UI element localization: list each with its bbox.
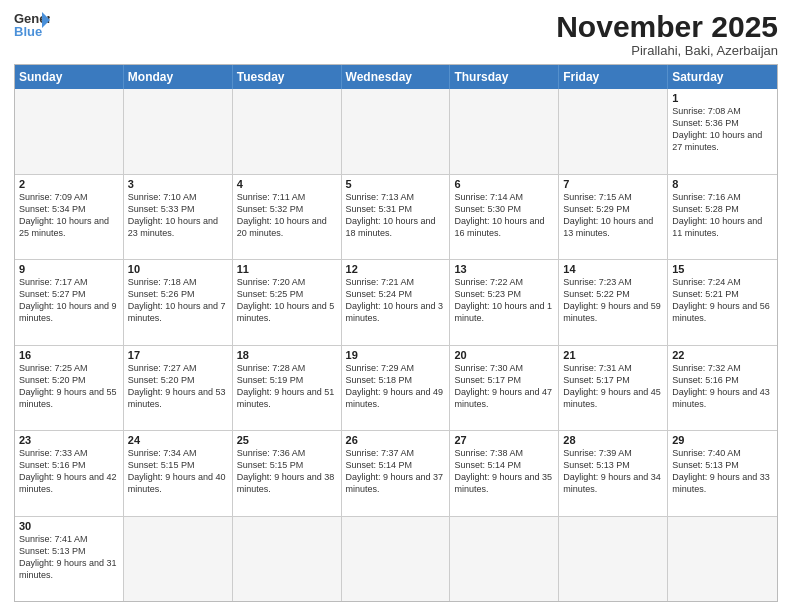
day-info: Sunrise: 7:23 AM Sunset: 5:22 PM Dayligh… [563, 276, 663, 325]
empty-cell [233, 517, 342, 602]
calendar-row-4: 23Sunrise: 7:33 AM Sunset: 5:16 PM Dayli… [15, 430, 777, 516]
calendar-row-5: 30Sunrise: 7:41 AM Sunset: 5:13 PM Dayli… [15, 516, 777, 602]
day-info: Sunrise: 7:33 AM Sunset: 5:16 PM Dayligh… [19, 447, 119, 496]
day-info: Sunrise: 7:34 AM Sunset: 5:15 PM Dayligh… [128, 447, 228, 496]
day-info: Sunrise: 7:15 AM Sunset: 5:29 PM Dayligh… [563, 191, 663, 240]
weekday-header-tuesday: Tuesday [233, 65, 342, 89]
title-area: November 2025 Pirallahi, Baki, Azerbaija… [556, 10, 778, 58]
empty-cell [668, 517, 777, 602]
day-number: 22 [672, 349, 773, 361]
day-cell-29: 29Sunrise: 7:40 AM Sunset: 5:13 PM Dayli… [668, 431, 777, 516]
day-info: Sunrise: 7:08 AM Sunset: 5:36 PM Dayligh… [672, 105, 773, 154]
svg-text:Blue: Blue [14, 24, 42, 38]
day-cell-27: 27Sunrise: 7:38 AM Sunset: 5:14 PM Dayli… [450, 431, 559, 516]
day-info: Sunrise: 7:38 AM Sunset: 5:14 PM Dayligh… [454, 447, 554, 496]
day-info: Sunrise: 7:18 AM Sunset: 5:26 PM Dayligh… [128, 276, 228, 325]
calendar-row-0: 1Sunrise: 7:08 AM Sunset: 5:36 PM Daylig… [15, 89, 777, 174]
day-info: Sunrise: 7:27 AM Sunset: 5:20 PM Dayligh… [128, 362, 228, 411]
day-cell-16: 16Sunrise: 7:25 AM Sunset: 5:20 PM Dayli… [15, 346, 124, 431]
day-number: 23 [19, 434, 119, 446]
day-number: 5 [346, 178, 446, 190]
calendar-header: SundayMondayTuesdayWednesdayThursdayFrid… [15, 65, 777, 89]
day-number: 21 [563, 349, 663, 361]
day-cell-1: 1Sunrise: 7:08 AM Sunset: 5:36 PM Daylig… [668, 89, 777, 174]
day-info: Sunrise: 7:24 AM Sunset: 5:21 PM Dayligh… [672, 276, 773, 325]
weekday-header-thursday: Thursday [450, 65, 559, 89]
day-cell-9: 9Sunrise: 7:17 AM Sunset: 5:27 PM Daylig… [15, 260, 124, 345]
day-info: Sunrise: 7:31 AM Sunset: 5:17 PM Dayligh… [563, 362, 663, 411]
day-cell-6: 6Sunrise: 7:14 AM Sunset: 5:30 PM Daylig… [450, 175, 559, 260]
day-info: Sunrise: 7:09 AM Sunset: 5:34 PM Dayligh… [19, 191, 119, 240]
empty-cell [450, 517, 559, 602]
day-cell-23: 23Sunrise: 7:33 AM Sunset: 5:16 PM Dayli… [15, 431, 124, 516]
day-info: Sunrise: 7:41 AM Sunset: 5:13 PM Dayligh… [19, 533, 119, 582]
day-cell-7: 7Sunrise: 7:15 AM Sunset: 5:29 PM Daylig… [559, 175, 668, 260]
weekday-header-saturday: Saturday [668, 65, 777, 89]
weekday-header-monday: Monday [124, 65, 233, 89]
day-info: Sunrise: 7:21 AM Sunset: 5:24 PM Dayligh… [346, 276, 446, 325]
day-cell-14: 14Sunrise: 7:23 AM Sunset: 5:22 PM Dayli… [559, 260, 668, 345]
day-number: 20 [454, 349, 554, 361]
day-cell-15: 15Sunrise: 7:24 AM Sunset: 5:21 PM Dayli… [668, 260, 777, 345]
empty-cell [559, 517, 668, 602]
page: General Blue November 2025 Pirallahi, Ba… [0, 0, 792, 612]
calendar-row-1: 2Sunrise: 7:09 AM Sunset: 5:34 PM Daylig… [15, 174, 777, 260]
day-cell-28: 28Sunrise: 7:39 AM Sunset: 5:13 PM Dayli… [559, 431, 668, 516]
day-number: 10 [128, 263, 228, 275]
day-cell-30: 30Sunrise: 7:41 AM Sunset: 5:13 PM Dayli… [15, 517, 124, 602]
day-info: Sunrise: 7:32 AM Sunset: 5:16 PM Dayligh… [672, 362, 773, 411]
day-cell-21: 21Sunrise: 7:31 AM Sunset: 5:17 PM Dayli… [559, 346, 668, 431]
calendar-body: 1Sunrise: 7:08 AM Sunset: 5:36 PM Daylig… [15, 89, 777, 601]
day-info: Sunrise: 7:25 AM Sunset: 5:20 PM Dayligh… [19, 362, 119, 411]
day-info: Sunrise: 7:22 AM Sunset: 5:23 PM Dayligh… [454, 276, 554, 325]
empty-cell [450, 89, 559, 174]
empty-cell [15, 89, 124, 174]
day-number: 15 [672, 263, 773, 275]
calendar-row-2: 9Sunrise: 7:17 AM Sunset: 5:27 PM Daylig… [15, 259, 777, 345]
logo: General Blue [14, 10, 50, 38]
day-number: 28 [563, 434, 663, 446]
location: Pirallahi, Baki, Azerbaijan [556, 43, 778, 58]
day-number: 8 [672, 178, 773, 190]
day-cell-22: 22Sunrise: 7:32 AM Sunset: 5:16 PM Dayli… [668, 346, 777, 431]
day-info: Sunrise: 7:36 AM Sunset: 5:15 PM Dayligh… [237, 447, 337, 496]
day-cell-13: 13Sunrise: 7:22 AM Sunset: 5:23 PM Dayli… [450, 260, 559, 345]
day-cell-3: 3Sunrise: 7:10 AM Sunset: 5:33 PM Daylig… [124, 175, 233, 260]
day-info: Sunrise: 7:29 AM Sunset: 5:18 PM Dayligh… [346, 362, 446, 411]
day-cell-8: 8Sunrise: 7:16 AM Sunset: 5:28 PM Daylig… [668, 175, 777, 260]
day-info: Sunrise: 7:10 AM Sunset: 5:33 PM Dayligh… [128, 191, 228, 240]
day-number: 24 [128, 434, 228, 446]
day-info: Sunrise: 7:13 AM Sunset: 5:31 PM Dayligh… [346, 191, 446, 240]
day-info: Sunrise: 7:30 AM Sunset: 5:17 PM Dayligh… [454, 362, 554, 411]
day-cell-4: 4Sunrise: 7:11 AM Sunset: 5:32 PM Daylig… [233, 175, 342, 260]
day-cell-20: 20Sunrise: 7:30 AM Sunset: 5:17 PM Dayli… [450, 346, 559, 431]
header: General Blue November 2025 Pirallahi, Ba… [14, 10, 778, 58]
day-number: 13 [454, 263, 554, 275]
day-cell-2: 2Sunrise: 7:09 AM Sunset: 5:34 PM Daylig… [15, 175, 124, 260]
weekday-header-friday: Friday [559, 65, 668, 89]
day-number: 27 [454, 434, 554, 446]
empty-cell [124, 89, 233, 174]
day-cell-11: 11Sunrise: 7:20 AM Sunset: 5:25 PM Dayli… [233, 260, 342, 345]
calendar-row-3: 16Sunrise: 7:25 AM Sunset: 5:20 PM Dayli… [15, 345, 777, 431]
empty-cell [342, 89, 451, 174]
day-number: 17 [128, 349, 228, 361]
day-info: Sunrise: 7:20 AM Sunset: 5:25 PM Dayligh… [237, 276, 337, 325]
day-number: 30 [19, 520, 119, 532]
empty-cell [233, 89, 342, 174]
day-number: 3 [128, 178, 228, 190]
day-number: 19 [346, 349, 446, 361]
day-info: Sunrise: 7:28 AM Sunset: 5:19 PM Dayligh… [237, 362, 337, 411]
day-cell-12: 12Sunrise: 7:21 AM Sunset: 5:24 PM Dayli… [342, 260, 451, 345]
day-number: 12 [346, 263, 446, 275]
day-info: Sunrise: 7:37 AM Sunset: 5:14 PM Dayligh… [346, 447, 446, 496]
day-cell-25: 25Sunrise: 7:36 AM Sunset: 5:15 PM Dayli… [233, 431, 342, 516]
day-info: Sunrise: 7:40 AM Sunset: 5:13 PM Dayligh… [672, 447, 773, 496]
day-info: Sunrise: 7:39 AM Sunset: 5:13 PM Dayligh… [563, 447, 663, 496]
weekday-header-wednesday: Wednesday [342, 65, 451, 89]
month-title: November 2025 [556, 10, 778, 43]
empty-cell [559, 89, 668, 174]
day-number: 6 [454, 178, 554, 190]
day-cell-10: 10Sunrise: 7:18 AM Sunset: 5:26 PM Dayli… [124, 260, 233, 345]
day-number: 18 [237, 349, 337, 361]
